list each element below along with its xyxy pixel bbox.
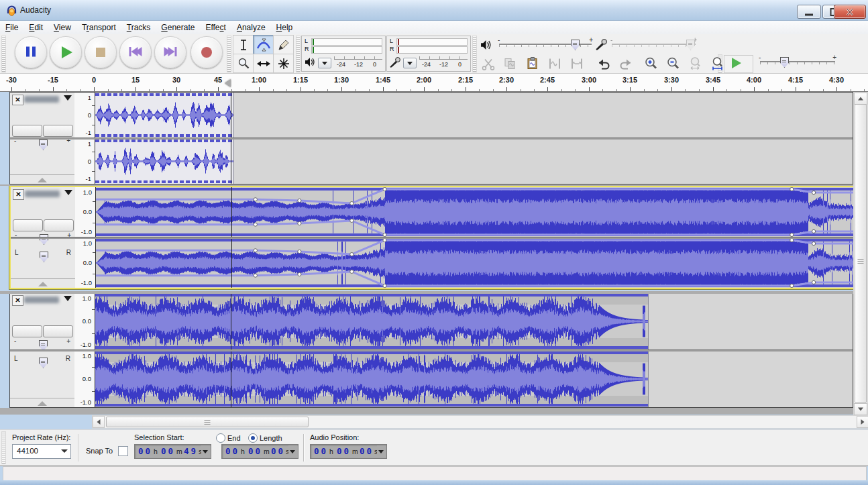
skip-to-start-button[interactable] — [119, 36, 152, 68]
track-menu-dropdown[interactable] — [64, 296, 72, 301]
chevron-down-icon[interactable] — [201, 445, 210, 457]
timeshift-tool-button[interactable] — [253, 54, 274, 73]
pause-button[interactable] — [15, 36, 47, 68]
recording-meter[interactable]: L R -24 -12 0 — [386, 36, 471, 72]
project-rate-combo[interactable]: 44100 — [12, 444, 71, 459]
menu-edit[interactable]: Edit — [23, 21, 48, 34]
waveform-channel-right[interactable] — [95, 351, 853, 407]
chevron-down-icon[interactable] — [288, 445, 297, 457]
mute-button[interactable] — [13, 219, 43, 231]
menu-transport[interactable]: Transport — [76, 21, 121, 34]
vertical-scrollbar[interactable] — [853, 92, 868, 416]
scroll-down-button[interactable] — [854, 403, 867, 415]
track-close-button[interactable]: ✕ — [12, 295, 23, 306]
vertical-ruler[interactable]: 10-1 — [74, 139, 95, 184]
tools-toolbar-grip[interactable] — [227, 36, 231, 72]
recording-meter-bar-l[interactable] — [396, 38, 468, 46]
selection-start-field[interactable]: 00h 00m 49s — [134, 444, 211, 459]
zoom-in-button[interactable] — [641, 55, 661, 72]
undo-button[interactable] — [593, 55, 614, 72]
playback-meter[interactable]: L R -24 -12 0 — [301, 36, 386, 72]
recording-meter-dropdown[interactable] — [403, 58, 417, 68]
vertical-ruler[interactable]: 1.00.0-1.0 — [74, 293, 95, 349]
track-title-redacted[interactable] — [24, 96, 59, 103]
horizontal-scrollbar[interactable] — [92, 415, 868, 429]
playback-speed-slider[interactable]: - + — [760, 55, 835, 67]
waveform-channel-left[interactable] — [96, 187, 853, 237]
track-collapse-button[interactable] — [10, 174, 74, 184]
playback-meter-bar-r[interactable] — [311, 46, 382, 54]
play-at-speed-button[interactable] — [724, 55, 753, 73]
menu-generate[interactable]: Generate — [156, 21, 200, 34]
solo-button[interactable] — [43, 125, 73, 137]
close-button[interactable] — [834, 5, 866, 19]
track-close-button[interactable]: ✕ — [13, 189, 24, 200]
play-button[interactable] — [50, 36, 82, 68]
vertical-scroll-thumb[interactable] — [855, 104, 867, 403]
vertical-ruler[interactable]: 1.00.0-1.0 — [75, 187, 96, 237]
track-close-button[interactable]: ✕ — [12, 95, 23, 105]
envelope-tool-button[interactable] — [253, 35, 274, 54]
paste-button[interactable] — [522, 55, 543, 72]
zoom-tool-button[interactable] — [233, 54, 254, 73]
timeline-ruler[interactable]: -30-1501530451:001:151:301:452:002:152:3… — [0, 74, 868, 92]
zoom-out-button[interactable] — [663, 55, 684, 72]
gain-slider[interactable]: -+ — [15, 138, 69, 149]
gain-slider[interactable]: -+ — [15, 339, 69, 349]
track-collapse-button[interactable] — [11, 278, 75, 288]
vertical-ruler[interactable]: 1.00.0-1.0 — [74, 351, 95, 407]
track-title-redacted[interactable] — [25, 191, 60, 197]
scroll-right-button[interactable] — [857, 416, 868, 428]
output-volume-slider[interactable]: - + — [499, 38, 592, 50]
playback-meter-dropdown[interactable] — [318, 58, 331, 68]
fit-project-button[interactable] — [707, 55, 728, 72]
track-menu-dropdown[interactable] — [64, 95, 72, 101]
output-volume-thumb[interactable] — [571, 40, 580, 50]
meter-toolbar-grip[interactable] — [296, 36, 301, 72]
waveform-channel-right[interactable] — [96, 238, 853, 288]
scroll-left-button[interactable] — [93, 416, 105, 428]
menu-help[interactable]: Help — [271, 21, 299, 34]
scroll-up-button[interactable] — [854, 93, 867, 105]
record-button[interactable] — [191, 36, 223, 68]
multi-tool-button[interactable] — [273, 54, 294, 73]
mixer-toolbar-grip[interactable] — [472, 36, 477, 72]
end-radio[interactable] — [216, 433, 225, 443]
pan-slider[interactable]: LR — [16, 250, 70, 261]
track-title-redacted[interactable] — [24, 297, 59, 303]
transport-toolbar-grip[interactable] — [1, 36, 6, 72]
menu-file[interactable]: File — [0, 21, 23, 34]
playback-speed-thumb[interactable] — [780, 57, 789, 68]
track-menu-dropdown[interactable] — [64, 190, 72, 195]
menu-analyze[interactable]: Analyze — [231, 21, 271, 34]
draw-tool-button[interactable] — [273, 35, 294, 54]
minimize-button[interactable] — [797, 5, 821, 19]
track-collapse-button[interactable] — [10, 398, 74, 407]
menu-view[interactable]: View — [48, 21, 76, 34]
playback-meter-bar-l[interactable] — [311, 38, 382, 46]
recording-meter-bar-r[interactable] — [396, 46, 468, 54]
snap-to-checkbox[interactable] — [118, 446, 128, 456]
length-radio[interactable] — [248, 433, 258, 443]
selection-tool-button[interactable] — [233, 35, 254, 54]
selection-length-field[interactable]: 00h 00m 00s — [221, 444, 299, 459]
menu-effect[interactable]: Effect — [200, 21, 231, 34]
mute-button[interactable] — [12, 325, 42, 337]
chevron-down-icon[interactable] — [377, 445, 386, 457]
mute-button[interactable] — [12, 125, 42, 137]
selection-toolbar-grip[interactable] — [1, 431, 6, 464]
menu-tracks[interactable]: Tracks — [121, 21, 156, 34]
solo-button[interactable] — [44, 219, 74, 231]
vertical-ruler[interactable]: 10-1 — [74, 93, 95, 138]
waveform-channel-right[interactable] — [95, 139, 853, 184]
audio-position-field[interactable]: 00h 00m 00s — [310, 444, 387, 459]
horizontal-scroll-thumb[interactable] — [106, 417, 309, 427]
pan-slider[interactable]: LR — [15, 356, 69, 367]
vertical-ruler[interactable]: 1.00.0-1.0 — [75, 238, 96, 288]
title-bar[interactable]: Audacity — [0, 0, 868, 21]
stop-button[interactable] — [85, 36, 117, 68]
solo-button[interactable] — [43, 325, 73, 337]
waveform-channel-left[interactable] — [95, 93, 853, 138]
waveform-channel-left[interactable] — [95, 293, 853, 349]
timeline-pointer[interactable] — [225, 79, 231, 87]
